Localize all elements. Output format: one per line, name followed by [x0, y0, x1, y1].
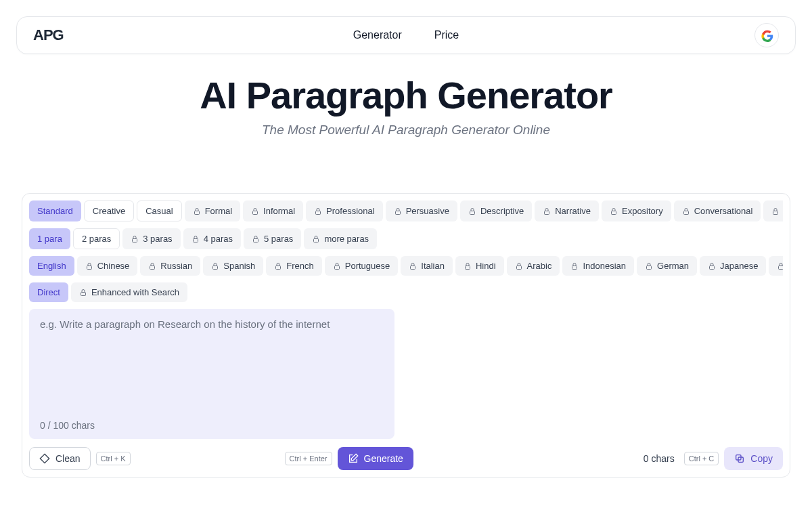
style-label: Formal — [205, 206, 232, 216]
lang-chinese[interactable]: Chinese — [77, 256, 138, 276]
svg-rect-16 — [213, 266, 218, 269]
style-conversational[interactable]: Conversational — [674, 200, 761, 221]
nav-price[interactable]: Price — [434, 29, 459, 41]
edit-icon — [348, 453, 359, 464]
svg-rect-12 — [254, 238, 258, 242]
lang-indonesian[interactable]: Indonesian — [562, 256, 634, 276]
style-label: Narrative — [555, 206, 591, 216]
style-label: Descriptive — [480, 206, 524, 216]
style-professional[interactable]: Professional — [306, 200, 383, 221]
lock-icon — [312, 235, 320, 243]
prompt-input[interactable] — [40, 318, 384, 406]
svg-rect-2 — [316, 211, 321, 214]
lang-portuguese[interactable]: Portuguese — [325, 256, 399, 276]
paras-4-paras[interactable]: 4 paras — [183, 228, 241, 249]
paras-row: 1 para 2 paras 3 paras4 paras5 parasmore… — [29, 228, 783, 249]
svg-rect-0 — [194, 211, 199, 214]
style-label: Informal — [263, 206, 295, 216]
nav-generator[interactable]: Generator — [353, 29, 402, 41]
svg-rect-21 — [516, 266, 521, 269]
paras-3-paras[interactable]: 3 paras — [122, 228, 180, 249]
nav-links: Generator Price — [353, 29, 459, 41]
style-descriptive[interactable]: Descriptive — [460, 200, 532, 221]
clean-button[interactable]: Clean — [29, 447, 91, 470]
svg-rect-25 — [779, 266, 783, 269]
lock-icon — [771, 207, 780, 215]
lang-hindi[interactable]: Hindi — [455, 256, 504, 276]
lang-label: French — [286, 261, 313, 271]
style-label: Conversational — [694, 206, 753, 216]
style-standard[interactable]: Standard — [29, 200, 81, 221]
lang-french[interactable]: French — [266, 256, 321, 276]
lock-icon — [131, 235, 139, 243]
lang-japanese[interactable]: Japanese — [700, 256, 766, 276]
style-creative[interactable]: Creative — [84, 200, 134, 221]
lock-icon — [148, 262, 156, 270]
paras-5-paras[interactable]: 5 paras — [244, 228, 301, 249]
style-persuasive[interactable]: Persuasive — [386, 200, 457, 221]
lang-label: Russian — [160, 261, 192, 271]
lang-label: Arabic — [527, 261, 552, 271]
generate-button[interactable]: Generate — [338, 447, 413, 470]
lang-russian[interactable]: Russian — [140, 256, 200, 276]
svg-rect-7 — [683, 211, 688, 214]
mode-enhanced-label: Enhanced with Search — [91, 287, 179, 297]
svg-rect-1 — [253, 211, 258, 214]
lock-icon — [708, 262, 716, 270]
style-friendly[interactable]: Friendly — [763, 200, 783, 221]
lock-icon — [211, 262, 219, 270]
eraser-icon — [39, 453, 50, 464]
lock-icon — [468, 207, 476, 215]
mode-direct[interactable]: Direct — [29, 282, 68, 302]
lock-icon — [610, 207, 618, 215]
lang-vietnamese[interactable]: Vietnamese — [769, 256, 783, 276]
input-char-count: 0 / 100 chars — [40, 420, 95, 431]
svg-rect-18 — [334, 266, 339, 269]
svg-rect-24 — [710, 266, 715, 269]
lang-italian[interactable]: Italian — [401, 256, 453, 276]
lang-label: Portuguese — [345, 261, 390, 271]
lang-label: German — [657, 261, 689, 271]
page-subtitle: The Most Powerful AI Paragraph Generator… — [0, 123, 812, 137]
bottom-row: Clean Ctrl + K Ctrl + Enter Generate 0 c… — [29, 447, 783, 470]
paras-2[interactable]: 2 paras — [73, 228, 120, 249]
lang-spanish[interactable]: Spanish — [203, 256, 263, 276]
paras-label: 5 paras — [264, 234, 293, 244]
lang-label: Spanish — [223, 261, 255, 271]
google-icon — [761, 30, 772, 41]
clean-kbd: Ctrl + K — [96, 452, 131, 465]
svg-rect-8 — [773, 211, 778, 214]
lang-row: English ChineseRussianSpanishFrenchPortu… — [29, 256, 783, 276]
svg-rect-15 — [150, 266, 155, 269]
svg-rect-23 — [647, 266, 652, 269]
lang-arabic[interactable]: Arabic — [507, 256, 560, 276]
lock-icon — [682, 207, 690, 215]
svg-rect-27 — [81, 292, 85, 295]
style-expository[interactable]: Expository — [602, 200, 671, 221]
paras-more-paras[interactable]: more paras — [304, 228, 377, 249]
logo: APG — [33, 26, 64, 44]
style-label: Professional — [326, 206, 375, 216]
lock-icon — [314, 207, 322, 215]
style-casual[interactable]: Casual — [137, 200, 181, 221]
style-informal[interactable]: Informal — [243, 200, 303, 221]
style-formal[interactable]: Formal — [185, 200, 240, 221]
lang-german[interactable]: German — [637, 256, 697, 276]
navbar: APG Generator Price — [16, 16, 796, 54]
copy-button[interactable]: Copy — [724, 447, 783, 470]
lang-english[interactable]: English — [29, 256, 74, 276]
style-row: Standard Creative Casual FormalInformalP… — [29, 200, 783, 221]
style-narrative[interactable]: Narrative — [535, 200, 599, 221]
copy-icon — [734, 453, 745, 464]
svg-rect-3 — [395, 211, 400, 214]
paras-label: 3 paras — [143, 234, 172, 244]
mode-enhanced[interactable]: Enhanced with Search — [71, 282, 187, 302]
svg-rect-10 — [133, 238, 137, 242]
generate-label: Generate — [364, 453, 403, 464]
lock-icon — [251, 207, 259, 215]
google-login-button[interactable] — [754, 23, 779, 47]
lock-icon — [193, 207, 201, 215]
lang-label: Italian — [421, 261, 445, 271]
output-char-count: 0 chars — [644, 453, 675, 464]
paras-1[interactable]: 1 para — [29, 228, 70, 249]
